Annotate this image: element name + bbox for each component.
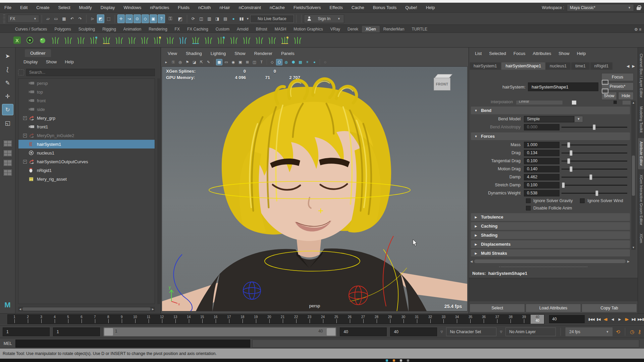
frame-29[interactable]: 29	[383, 315, 397, 324]
make-live-icon[interactable]: ?	[158, 14, 165, 23]
undo-icon[interactable]: ↶	[68, 14, 76, 23]
ae-menu-selected[interactable]: Selected	[486, 50, 509, 57]
outliner-item-front[interactable]: front	[18, 96, 155, 105]
timeline-ruler[interactable]: 1 2 3 4 5 6 7 8 9 10 11 12 13 14 15 16 1…	[7, 314, 544, 324]
frame-10[interactable]: 10	[128, 315, 142, 324]
section-shading[interactable]: ▶ Shading	[471, 231, 630, 239]
textured-icon[interactable]: ◍	[283, 59, 289, 65]
taskbar-app-icon[interactable]	[386, 359, 388, 362]
xgen-shelf-icon-5[interactable]	[62, 35, 74, 46]
load-attributes-button[interactable]: Load Attributes	[526, 304, 581, 312]
snap-view-plane-icon[interactable]: ▣	[150, 14, 157, 23]
grid-icon[interactable]: ▦	[216, 59, 222, 65]
menu-modify[interactable]: Modify	[75, 5, 96, 10]
xgen-shelf-icon-17[interactable]	[215, 35, 227, 46]
frame-23[interactable]: 23	[303, 315, 316, 324]
viewport-menu-lighting[interactable]: Lighting	[207, 50, 229, 57]
outliner-item-top[interactable]: top	[18, 87, 155, 96]
frame-18[interactable]: 18	[236, 315, 249, 324]
animation-end-field[interactable]: 40	[340, 327, 387, 336]
current-frame-field[interactable]: 40	[549, 315, 585, 323]
ae-tab-nucleus1[interactable]: nucleus1	[546, 62, 571, 70]
outliner-item-hairsystem1[interactable]: hairSystem1	[18, 140, 155, 148]
menu-nconstraint[interactable]: nConstraint	[234, 5, 265, 10]
wireframe-on-shaded-icon[interactable]: ⬢	[290, 59, 297, 65]
tab-scroll-right-icon[interactable]: ▶	[632, 64, 635, 68]
bend-anisotropy-field[interactable]: 0.000	[524, 124, 559, 130]
outliner-menu-show[interactable]: Show	[43, 58, 60, 65]
playback-start-field[interactable]: 1	[3, 327, 50, 336]
play-backwards-button[interactable]: ◀	[609, 315, 616, 323]
frame-17[interactable]: 17	[222, 315, 236, 324]
menu-display[interactable]: Display	[96, 5, 119, 10]
section-forces[interactable]: ▼ Forces	[471, 132, 630, 140]
anim-layer-menu-icon[interactable]: ▽	[500, 330, 502, 334]
frame-4[interactable]: 4	[48, 315, 61, 324]
xgen-shelf-icon-3[interactable]	[37, 35, 48, 46]
frame-8[interactable]: 8	[102, 315, 115, 324]
snap-grid-icon[interactable]: ✛	[117, 14, 125, 23]
open-render-view-icon[interactable]: ◫	[198, 14, 205, 23]
render-settings-icon[interactable]: ▤	[222, 14, 229, 23]
outliner-item-merydyn-inguide2[interactable]: + MeryDyn_inGuide2	[18, 131, 155, 140]
frame-30[interactable]: 30	[397, 315, 410, 324]
texture-icon[interactable]	[613, 101, 617, 104]
isolate-select-icon[interactable]: ◌	[322, 59, 328, 65]
layout-shortcut-3[interactable]	[3, 159, 13, 167]
outliner-item-mery-rig-asset[interactable]: Mery_rig_asset	[18, 175, 155, 183]
animation-start-field[interactable]: 1	[53, 327, 100, 336]
frame-9[interactable]: 9	[115, 315, 128, 324]
menu-file[interactable]: File	[0, 5, 16, 10]
highlight-selection-icon[interactable]: ◩	[176, 14, 184, 23]
outliner-menu-display[interactable]: Display	[20, 58, 41, 65]
shelf-tab-vray[interactable]: VRay	[327, 26, 344, 33]
character-set-dropdown[interactable]: No Character Set	[446, 327, 496, 336]
frame-24[interactable]: 24	[316, 315, 330, 324]
drag-field[interactable]: 0.134	[524, 150, 559, 156]
menu-qube[interactable]: Qube!	[401, 5, 421, 10]
menu-ncloth[interactable]: nCloth	[194, 5, 215, 10]
xgen-shelf-icon-2[interactable]	[24, 35, 36, 46]
move-tool-icon[interactable]: ✛	[2, 90, 13, 102]
paint-effects-icon[interactable]: ●	[230, 14, 237, 23]
frame-25[interactable]: 25	[330, 315, 343, 324]
layout-shortcut-2[interactable]	[3, 149, 13, 157]
ae-menu-focus[interactable]: Focus	[510, 50, 529, 57]
shelf-tab-motion-graphics[interactable]: Motion Graphics	[290, 26, 326, 33]
disable-follicle-anim-checkbox[interactable]	[526, 206, 531, 210]
frame-14[interactable]: 14	[182, 315, 196, 324]
menu-fields-solvers[interactable]: Fields/Solvers	[289, 5, 325, 10]
dynamics-weight-slider[interactable]	[561, 190, 627, 196]
command-result-field[interactable]	[252, 340, 639, 348]
frame-39[interactable]: 39	[517, 315, 531, 324]
damp-field[interactable]: 4.462	[524, 174, 559, 180]
expand-icon[interactable]: +	[23, 134, 27, 137]
section-bend[interactable]: ▼ Bend	[471, 107, 630, 114]
range-slider[interactable]: 1 40	[103, 327, 336, 337]
animation-preferences-icon[interactable]: ◷	[630, 329, 634, 335]
notes-field[interactable]	[469, 278, 638, 301]
xgen-shelf-icon-20[interactable]	[254, 35, 265, 46]
frame-35[interactable]: 35	[464, 315, 477, 324]
wireframe-icon[interactable]: ◇	[269, 59, 275, 65]
outliner-item-nucleus1[interactable]: nucleus1	[18, 148, 155, 157]
node-name-field[interactable]: hairSystemShape1	[528, 82, 598, 91]
chevron-down-icon[interactable]: ▼	[246, 17, 249, 20]
checker-icon[interactable]: ▩	[297, 59, 304, 65]
shelf-tab-mash[interactable]: MASH	[271, 26, 290, 33]
viewport-menu-panels[interactable]: Panels	[278, 50, 298, 57]
viewport-menu-show[interactable]: Show	[231, 50, 249, 57]
frame-33[interactable]: 33	[437, 315, 450, 324]
fps-dropdown[interactable]: 24 fps▼	[566, 327, 612, 336]
shelf-tab-arnold[interactable]: Arnold	[233, 26, 252, 33]
camera-attrs-icon[interactable]: ◎	[177, 59, 183, 65]
lights-icon[interactable]: ☀	[304, 59, 311, 65]
frame-21[interactable]: 21	[276, 315, 289, 324]
render-current-frame-icon[interactable]: ▥	[206, 14, 213, 23]
xgen-shelf-icon-13[interactable]	[164, 35, 176, 46]
image-plane-icon[interactable]: ◪	[191, 59, 198, 65]
xgen-shelf-icon-6[interactable]	[75, 35, 87, 46]
shelf-tab-curves-surfaces[interactable]: Curves / Surfaces	[11, 26, 51, 33]
output-connection-icon[interactable]	[602, 88, 608, 94]
shelf-tab-animation[interactable]: Animation	[120, 26, 145, 33]
